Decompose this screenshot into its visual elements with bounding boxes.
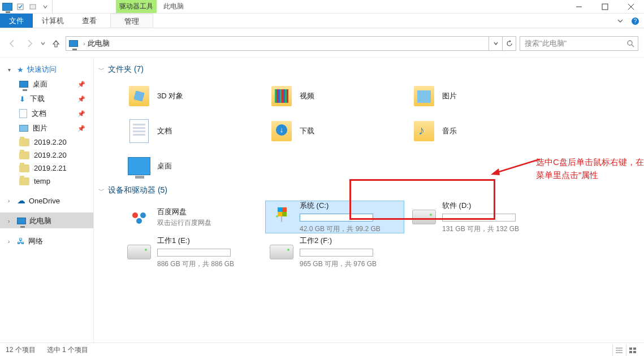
address-dropdown-button[interactable]	[489, 37, 502, 50]
windows-logo-icon	[278, 207, 287, 216]
svg-rect-19	[633, 348, 636, 350]
nav-item-downloads[interactable]: ⬇ 下载 📌	[0, 92, 93, 106]
nav-item-label: 2019.2.20	[34, 151, 67, 159]
folder-icon	[269, 84, 294, 108]
up-button[interactable]	[50, 37, 62, 50]
svg-text:?: ?	[634, 18, 637, 24]
nav-item-folder[interactable]: 2019.2.21	[0, 162, 93, 175]
caret-icon: ›	[8, 238, 14, 245]
nav-item-label: 图片	[33, 123, 47, 133]
maximize-button[interactable]	[592, 0, 618, 13]
nav-quick-access[interactable]: ▾ ★ 快速访问	[0, 61, 93, 77]
svg-point-10	[132, 212, 138, 218]
folder-icon	[19, 138, 29, 146]
tile-label: 桌面	[157, 161, 172, 171]
nav-item-label: 桌面	[33, 79, 47, 89]
folder-tile-downloads[interactable]: 下载	[266, 115, 404, 147]
caret-icon: ›	[8, 218, 14, 224]
group-header-label: 设备和驱动器 (5)	[108, 185, 167, 196]
folder-tile-desktop[interactable]: 桌面	[123, 150, 261, 182]
this-pc-icon	[67, 37, 80, 50]
group-header-drives[interactable]: ﹀ 设备和驱动器 (5)	[98, 182, 641, 201]
picture-icon	[19, 125, 28, 132]
nav-item-folder[interactable]: temp	[0, 175, 93, 188]
tab-file[interactable]: 文件	[0, 14, 33, 28]
ribbon-tabs: 文件 计算机 查看 管理 ?	[0, 14, 644, 28]
refresh-button[interactable]	[502, 37, 516, 50]
capacity-bar	[157, 249, 231, 257]
annotation-text: 选中C盘后单击鼠标右键，在弹出的 菜单里点击"属性	[536, 156, 644, 181]
drive-icon	[269, 240, 294, 264]
nav-item-label: 下载	[30, 94, 45, 104]
back-button[interactable]	[6, 37, 19, 50]
group-header-folders[interactable]: ﹀ 文件夹 (7)	[98, 61, 641, 80]
drive-tile-d[interactable]: 软件 (D:) 131 GB 可用，共 132 GB	[408, 201, 546, 233]
view-large-icons-button[interactable]	[626, 345, 638, 356]
folder-tile-videos[interactable]: 视频	[266, 80, 404, 112]
qat-item-2[interactable]	[28, 2, 37, 11]
drive-icon	[127, 240, 152, 264]
svg-rect-3	[602, 4, 608, 10]
tile-sublabel: 42.0 GB 可用，共 99.2 GB	[300, 224, 381, 234]
folder-icon	[412, 119, 436, 144]
tile-label: 3D 对象	[157, 91, 183, 101]
tile-sublabel: 886 GB 可用，共 886 GB	[157, 259, 234, 269]
view-details-button[interactable]	[612, 345, 625, 356]
nav-onedrive[interactable]: › ☁ OneDrive	[0, 192, 93, 208]
breadcrumb-root[interactable]: 此电脑	[88, 38, 110, 49]
tile-label: 音乐	[442, 126, 457, 136]
drive-tile-f[interactable]: 工作2 (F:) 965 GB 可用，共 976 GB	[266, 236, 404, 268]
qat-item-1[interactable]	[16, 2, 25, 11]
content-pane: ﹀ 文件夹 (7) 3D 对象 视频 图片 文档 下载	[94, 58, 644, 342]
nav-item-folder[interactable]: 2019.2.20	[0, 136, 93, 149]
tab-view[interactable]: 查看	[73, 14, 106, 28]
drive-tile-baidu[interactable]: 百度网盘 双击运行百度网盘	[123, 201, 261, 233]
search-icon	[625, 38, 636, 49]
navigation-row: › 此电脑 搜索"此电脑"	[0, 29, 644, 58]
minimize-button[interactable]	[566, 0, 592, 13]
svg-point-8	[628, 41, 632, 45]
breadcrumb-sep-icon[interactable]: ›	[81, 40, 88, 47]
address-bar[interactable]: › 此电脑	[66, 36, 516, 51]
folder-tile-3d-objects[interactable]: 3D 对象	[123, 80, 261, 112]
window-controls	[566, 0, 644, 13]
qat-dropdown[interactable]	[41, 2, 50, 11]
nav-item-label: 2019.2.21	[34, 164, 67, 172]
nav-item-pictures[interactable]: 图片 📌	[0, 121, 93, 136]
tab-manage[interactable]: 管理	[110, 14, 153, 28]
nav-this-pc[interactable]: › 此电脑	[0, 212, 93, 228]
search-box[interactable]: 搜索"此电脑"	[520, 36, 638, 51]
nav-item-desktop[interactable]: 桌面 📌	[0, 77, 93, 92]
svg-rect-1	[30, 5, 36, 9]
drive-tile-e[interactable]: 工作1 (E:) 886 GB 可用，共 886 GB	[123, 236, 261, 268]
folder-icon	[127, 154, 152, 179]
drive-icon	[412, 205, 436, 229]
folder-tile-pictures[interactable]: 图片	[408, 80, 546, 112]
nav-item-documents[interactable]: 文档 📌	[0, 106, 93, 121]
folder-tile-documents[interactable]: 文档	[123, 115, 261, 147]
nav-item-folder[interactable]: 2019.2.20	[0, 149, 93, 162]
folder-icon	[127, 84, 152, 108]
nav-network[interactable]: › 🖧 网络	[0, 233, 93, 249]
system-icon	[2, 2, 12, 12]
drive-tile-c[interactable]: 系统 (C:) 42.0 GB 可用，共 99.2 GB	[266, 201, 404, 233]
ribbon-expand-button[interactable]	[617, 14, 624, 28]
star-icon: ★	[17, 66, 24, 74]
annotation-line-1: 选中C盘后单击鼠标右键，在弹出的	[536, 156, 644, 169]
search-placeholder: 搜索"此电脑"	[525, 38, 625, 49]
tab-computer[interactable]: 计算机	[33, 14, 73, 28]
title-bar: 驱动器工具 此电脑	[0, 0, 644, 14]
recent-locations-button[interactable]	[40, 38, 46, 49]
nav-item-label: temp	[34, 177, 50, 185]
nav-pane: ▾ ★ 快速访问 桌面 📌 ⬇ 下载 📌 文档 📌 图片 📌 2019.2.20	[0, 58, 94, 342]
help-button[interactable]: ?	[631, 14, 639, 28]
capacity-bar	[300, 249, 373, 257]
nav-item-label: 文档	[32, 108, 46, 119]
svg-point-11	[140, 212, 146, 218]
close-button[interactable]	[618, 0, 644, 13]
capacity-bar	[300, 214, 373, 222]
contextual-tab-group: 驱动器工具	[116, 0, 157, 13]
tile-sublabel: 双击运行百度网盘	[157, 218, 211, 228]
folder-tile-music[interactable]: 音乐	[408, 115, 546, 147]
forward-button[interactable]	[23, 37, 36, 50]
